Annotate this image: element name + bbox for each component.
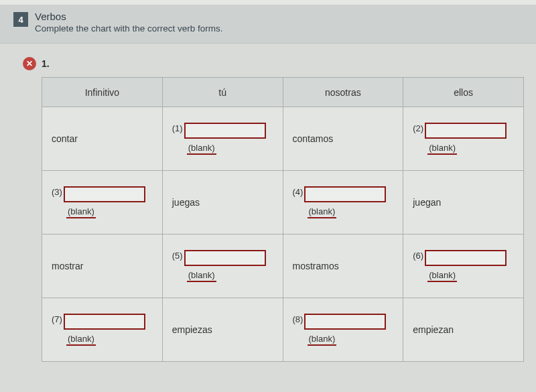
verb-text: empiezas	[172, 324, 212, 335]
exercise-instructions: Complete the chart with the correct verb…	[35, 23, 223, 34]
table-cell-nosotras: (4)(blank)	[283, 171, 403, 235]
col-header-ellos: ellos	[403, 78, 524, 107]
blank-field: (7)(blank)	[52, 314, 154, 346]
blank-input[interactable]	[184, 250, 266, 266]
header-text-block: Verbos Complete the chart with the corre…	[35, 11, 223, 34]
verb-chart-table: Infinitivo tú nosotras ellos contar(1)(b…	[42, 77, 524, 362]
table-cell-tu: juegas	[162, 171, 283, 235]
blank-field: (4)(blank)	[293, 186, 395, 219]
blank-field: (8)(blank)	[293, 314, 395, 346]
question-row: ✕ 1.	[23, 57, 517, 70]
blank-field: (3)(blank)	[52, 186, 154, 219]
verb-text: juegan	[413, 197, 441, 208]
verb-text: mostramos	[293, 261, 339, 271]
col-header-infinitivo: Infinitivo	[42, 78, 163, 107]
blank-input[interactable]	[425, 123, 507, 139]
table-cell-infinitivo: (3)(blank)	[42, 171, 163, 235]
table-cell-infinitivo: contar	[42, 107, 163, 171]
blank-input[interactable]	[304, 314, 386, 330]
blank-number: (3)	[52, 186, 62, 196]
blank-label: (blank)	[308, 206, 337, 219]
blank-label: (blank)	[427, 143, 457, 155]
blank-input[interactable]	[64, 314, 145, 330]
col-header-nosotras: nosotras	[283, 78, 403, 107]
blank-label: (blank)	[187, 143, 216, 155]
question-number: 1.	[42, 58, 50, 69]
verb-text: empiezan	[413, 324, 454, 335]
table-row: (3)(blank)juegas(4)(blank)juegan	[42, 171, 524, 235]
verb-text: mostrar	[52, 261, 83, 271]
blank-label: (blank)	[187, 270, 216, 283]
blank-field: (1)(blank)	[172, 123, 275, 155]
content-area: ✕ 1. Infinitivo tú nosotras ellos contar…	[0, 44, 536, 369]
col-header-tu: tú	[162, 78, 283, 107]
blank-number: (4)	[293, 186, 304, 196]
blank-input[interactable]	[304, 186, 386, 202]
blank-label: (blank)	[66, 206, 96, 219]
exercise-header: 4 Verbos Complete the chart with the cor…	[0, 5, 536, 44]
table-header-row: Infinitivo tú nosotras ellos	[42, 78, 524, 107]
blank-field: (2)(blank)	[413, 123, 515, 155]
blank-input[interactable]	[425, 250, 507, 266]
blank-number: (6)	[413, 250, 423, 260]
table-row: (7)(blank)empiezas(8)(blank)empiezan	[42, 298, 524, 362]
table-body: contar(1)(blank)contamos(2)(blank)(3)(bl…	[42, 107, 524, 362]
blank-input[interactable]	[64, 186, 145, 202]
table-cell-tu: (1)(blank)	[162, 107, 283, 171]
table-cell-nosotras: contamos	[283, 107, 403, 171]
blank-input[interactable]	[184, 123, 266, 139]
incorrect-marker-icon: ✕	[23, 57, 36, 70]
table-cell-ellos: juegan	[403, 171, 524, 235]
table-cell-infinitivo: mostrar	[42, 235, 163, 298]
window-top-bar	[0, 0, 536, 5]
blank-number: (8)	[293, 314, 304, 324]
table-cell-nosotras: mostramos	[283, 235, 403, 298]
blank-label: (blank)	[308, 334, 337, 346]
table-cell-tu: empiezas	[162, 298, 283, 362]
blank-number: (2)	[413, 123, 423, 133]
section-number-badge: 4	[13, 12, 28, 27]
blank-number: (7)	[52, 314, 62, 324]
blank-number: (5)	[172, 250, 183, 260]
table-cell-ellos: empiezan	[403, 298, 524, 362]
blank-number: (1)	[172, 123, 183, 133]
table-row: contar(1)(blank)contamos(2)(blank)	[42, 107, 524, 171]
blank-label: (blank)	[66, 334, 96, 346]
table-row: mostrar(5)(blank)mostramos(6)(blank)	[42, 235, 524, 298]
table-cell-infinitivo: (7)(blank)	[42, 298, 163, 362]
verb-text: juegas	[172, 197, 200, 208]
table-cell-nosotras: (8)(blank)	[283, 298, 403, 362]
verb-text: contar	[52, 133, 78, 144]
verb-text: contamos	[293, 133, 334, 144]
blank-field: (5)(blank)	[172, 250, 275, 283]
blank-field: (6)(blank)	[413, 250, 515, 283]
table-cell-ellos: (6)(blank)	[403, 235, 524, 298]
exercise-title: Verbos	[35, 11, 223, 22]
table-cell-ellos: (2)(blank)	[403, 107, 524, 171]
table-cell-tu: (5)(blank)	[162, 235, 283, 298]
blank-label: (blank)	[427, 270, 457, 283]
